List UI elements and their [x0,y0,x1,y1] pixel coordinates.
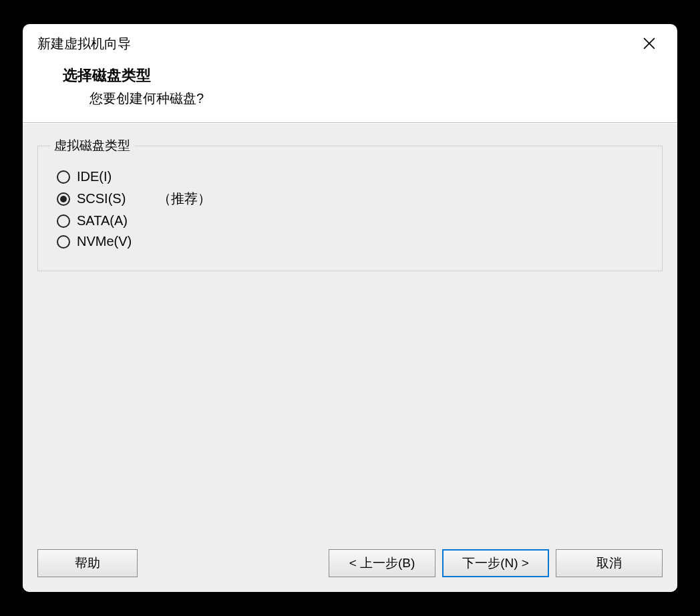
page-subtitle: 您要创建何种磁盘? [63,90,651,108]
titlebar: 新建虚拟机向导 [23,24,677,60]
radio-scsi[interactable] [57,192,70,206]
back-button[interactable]: < 上一步(B) [329,549,435,577]
radio-row-sata[interactable]: SATA(A) [50,213,650,228]
radio-row-scsi[interactable]: SCSI(S) （推荐） [50,190,650,208]
radio-ide[interactable] [57,170,70,184]
wizard-content: 虚拟磁盘类型 IDE(I) SCSI(S) （推荐） SATA(A) NVMe(… [23,123,677,540]
page-title: 选择磁盘类型 [63,65,651,86]
wizard-footer: 帮助 < 上一步(B) 下一步(N) > 取消 [23,540,677,592]
radio-label-nvme[interactable]: NVMe(V) [77,234,132,249]
radio-row-ide[interactable]: IDE(I) [50,169,650,184]
radio-label-sata[interactable]: SATA(A) [77,213,128,228]
radio-label-scsi[interactable]: SCSI(S) [77,191,126,206]
next-button[interactable]: 下一步(N) > [442,549,549,577]
radio-sata[interactable] [57,214,70,228]
cancel-button[interactable]: 取消 [556,549,663,577]
disk-type-group: 虚拟磁盘类型 IDE(I) SCSI(S) （推荐） SATA(A) NVMe(… [37,137,663,271]
radio-nvme[interactable] [57,235,70,249]
radio-row-nvme[interactable]: NVMe(V) [50,234,650,249]
wizard-header: 选择磁盘类型 您要创建何种磁盘? [23,60,677,123]
close-icon [643,37,655,49]
radio-hint-scsi: （推荐） [158,190,211,208]
group-legend: 虚拟磁盘类型 [50,137,134,154]
help-button[interactable]: 帮助 [37,549,138,577]
close-button[interactable] [636,33,663,53]
radio-label-ide[interactable]: IDE(I) [77,169,112,184]
wizard-dialog: 新建虚拟机向导 选择磁盘类型 您要创建何种磁盘? 虚拟磁盘类型 IDE(I) S… [23,24,677,592]
window-title: 新建虚拟机向导 [37,35,131,53]
